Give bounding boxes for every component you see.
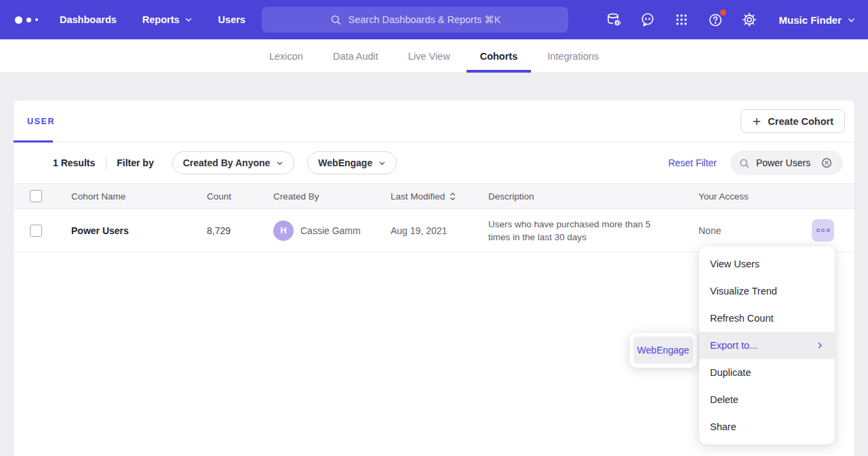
settings-icon[interactable]	[741, 11, 758, 28]
global-search-placeholder: Search Dashboards & Reports ⌘K	[349, 14, 501, 25]
chevron-right-icon	[816, 341, 824, 349]
results-count: 1 Results	[53, 157, 95, 168]
app-logo[interactable]	[15, 16, 46, 24]
col-count: Count	[207, 191, 273, 202]
table-header-row: Cohort Name Count Created By Last Modifi…	[14, 183, 854, 209]
submenu-item-webengage[interactable]: WebEngage	[633, 337, 693, 364]
nav-dashboards[interactable]: Dashboards	[60, 14, 117, 25]
help-icon[interactable]	[707, 11, 724, 28]
last-modified-cell: Aug 19, 2021	[391, 225, 488, 236]
sort-icon	[450, 192, 456, 201]
col-cohort-name: Cohort Name	[71, 191, 207, 202]
menu-item-share[interactable]: Share	[699, 413, 835, 440]
integration-filter-dropdown[interactable]: WebEngage	[307, 151, 397, 174]
user-section-tab[interactable]: USER	[14, 100, 68, 142]
divider	[106, 155, 106, 170]
col-last-modified[interactable]: Last Modified	[391, 191, 488, 202]
access-cell: None	[698, 225, 773, 236]
topbar-actions: Music Finder	[605, 0, 856, 39]
menu-item-visualize-trend[interactable]: Visualize Trend	[699, 278, 835, 305]
tab-integrations[interactable]: Integrations	[534, 39, 612, 73]
created-by-cell: H Cassie Gamm	[273, 221, 391, 241]
search-icon	[738, 157, 750, 169]
created-by-name: Cassie Gamm	[300, 225, 361, 236]
panel-header: USER Create Cohort	[14, 100, 854, 142]
section-tab-bar: Lexicon Data Audit Live View Cohorts Int…	[0, 39, 868, 73]
row-checkbox[interactable]	[30, 225, 42, 237]
filter-bar: 1 Results Filter by Created By Anyone We…	[14, 142, 854, 183]
tab-lexicon[interactable]: Lexicon	[256, 39, 317, 73]
description-cell: Users who have purchased more than 5 tim…	[488, 218, 698, 244]
project-switcher[interactable]: Music Finder	[778, 14, 856, 26]
col-your-access: Your Access	[698, 191, 773, 202]
data-management-icon[interactable]	[605, 11, 623, 28]
create-cohort-button[interactable]: Create Cohort	[741, 109, 845, 133]
feedback-icon[interactable]	[639, 11, 656, 28]
tab-cohorts[interactable]: Cohorts	[467, 39, 532, 73]
select-all-checkbox[interactable]	[30, 190, 42, 202]
chevron-down-icon	[847, 16, 856, 24]
primary-nav: Dashboards Reports Users	[60, 14, 245, 25]
menu-item-duplicate[interactable]: Duplicate	[699, 359, 835, 386]
created-by-dropdown[interactable]: Created By Anyone	[172, 151, 295, 174]
menu-item-delete[interactable]: Delete	[699, 386, 835, 413]
project-name: Music Finder	[778, 14, 842, 26]
col-description: Description	[488, 191, 698, 202]
plus-icon	[752, 117, 762, 126]
reset-filter-link[interactable]: Reset Filter	[668, 157, 717, 168]
cohort-search-field	[730, 151, 843, 175]
menu-item-view-users[interactable]: View Users	[699, 250, 835, 278]
chevron-down-icon	[378, 159, 386, 167]
top-nav-bar: Dashboards Reports Users Search Dashboar…	[0, 0, 868, 39]
filter-right-group: Reset Filter	[668, 151, 843, 175]
export-submenu: WebEngage	[629, 332, 697, 368]
col-created-by: Created By	[273, 191, 391, 202]
cohort-search-input[interactable]	[756, 157, 814, 168]
menu-item-refresh-count[interactable]: Refresh Count	[699, 305, 835, 332]
global-search-bar[interactable]: Search Dashboards & Reports ⌘K	[262, 7, 568, 33]
row-actions-context-menu: View Users Visualize Trend Refresh Count…	[699, 246, 835, 444]
apps-grid-icon[interactable]	[673, 11, 690, 28]
clear-search-icon[interactable]	[821, 157, 833, 169]
row-actions-menu-button[interactable]	[812, 219, 834, 242]
nav-users[interactable]: Users	[218, 14, 245, 25]
tab-data-audit[interactable]: Data Audit	[319, 39, 392, 73]
search-icon	[330, 14, 342, 26]
notification-dot	[720, 10, 726, 16]
filter-by-label: Filter by	[117, 157, 153, 168]
tab-live-view[interactable]: Live View	[395, 39, 464, 73]
menu-item-export-to[interactable]: Export to...	[699, 332, 835, 359]
chevron-down-icon	[184, 16, 193, 24]
chevron-down-icon	[276, 159, 283, 167]
cohort-name-cell[interactable]: Power Users	[71, 225, 207, 236]
count-cell: 8,729	[207, 225, 273, 236]
nav-reports[interactable]: Reports	[142, 14, 193, 25]
avatar: H	[273, 221, 294, 241]
